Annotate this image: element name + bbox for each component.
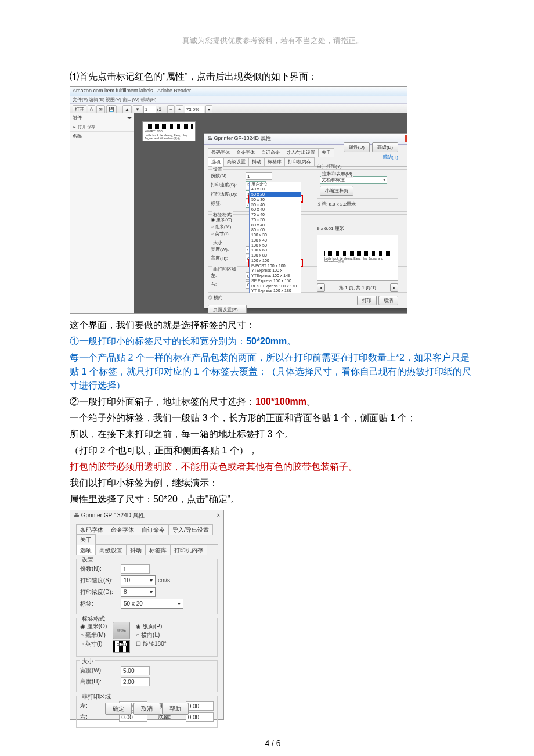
size-group: 大小 (212, 240, 223, 247)
dd-item[interactable]: 50 x 30 (250, 197, 301, 203)
size-group: 大小 (80, 657, 95, 665)
landscape-radio[interactable]: ○ 横向(L) (136, 631, 166, 639)
tab[interactable]: 抖动 (126, 545, 146, 555)
tab[interactable]: 自订命令 (138, 524, 169, 535)
color-print-label: 白）打印(Y) (317, 163, 398, 170)
label-size-select[interactable]: 50 x 20 (121, 599, 183, 609)
tabs-row2[interactable]: 选项 高级设置 抖动 标签库 打印机内存 (76, 545, 218, 555)
tab[interactable]: 条码字体 (208, 148, 233, 157)
screenshot-properties-dialog: 🖶 Gprinter GP-1324D 属性 × 条码字体 命令字体 自订命令 … (70, 510, 224, 720)
unit-mm-radio[interactable]: ○ 毫米(M) (80, 631, 107, 639)
dd-item[interactable]: YTExpress 100 x (250, 268, 301, 273)
screenshot-adobe-reader: Amazon.com item fulfillment labels - Ado… (70, 86, 407, 314)
properties-button[interactable]: 属性(D) (344, 142, 370, 152)
tab[interactable]: 自订命令 (258, 148, 283, 157)
panel-arrow-icon[interactable]: ◂▸ (127, 114, 132, 121)
print-right-panel: 属性(D) 高级(D) 帮助(H) 白）打印(Y) 注释和表单(M) 文档和标注… (317, 142, 398, 306)
doc-info-text: 文档: 6.0 x 2.2厘米 (317, 201, 398, 208)
advanced-button[interactable]: 高级(D) (372, 142, 398, 152)
intro-text: ⑴首先点击标记红色的"属性"，点击后出现类似的如下界面： (70, 70, 476, 84)
attachments-panel: 附件◂▸ ► 打开 保存 名称 (70, 113, 135, 313)
dd-item[interactable]: 70 x 50 (250, 218, 301, 223)
density-select[interactable]: 8 (121, 587, 156, 597)
tab[interactable]: 打印机内存 (170, 545, 207, 555)
dd-item[interactable]: 100 x 100 (250, 258, 301, 264)
unit-in-radio[interactable]: ○ 英寸(I) (80, 639, 107, 648)
prev-preview-button[interactable]: ◂ (317, 283, 325, 292)
tab[interactable]: 标签库 (145, 545, 171, 555)
unit-in-radio[interactable]: ○ 英寸(I) (211, 231, 229, 236)
dd-item[interactable]: 80 x 60 (250, 228, 301, 233)
dd-item[interactable]: SF Express 100 x 150 (250, 279, 301, 284)
tab[interactable]: 打印机内存 (284, 157, 315, 166)
dd-item[interactable]: 用户定义 (250, 182, 301, 188)
label-size-dropdown-list[interactable]: 用户定义 40 x 30 50 x 20 50 x 30 50 x 40 60 … (249, 182, 301, 293)
dd-item[interactable]: 60 x 40 (250, 207, 301, 213)
tab[interactable]: 高级设置 (95, 545, 127, 555)
zoom-input[interactable]: 73.5% (185, 106, 204, 113)
page-input[interactable]: 1 (143, 106, 156, 113)
tab[interactable]: 高级设置 (223, 157, 249, 166)
rotate-checkbox[interactable]: ☐ 旋转180° (136, 639, 166, 648)
width-input[interactable]: 5.00 (121, 666, 150, 675)
barcode-icon: 03.00.1 (113, 640, 130, 653)
dd-item[interactable]: YTExpress 100 x 149 (250, 273, 301, 279)
body-text-warning: 打包的胶带必须用透明胶，不能用黄色或者其他有色的胶带包装箱子。 (70, 460, 476, 474)
close-button[interactable]: × (217, 511, 220, 520)
copies-input[interactable]: 1 (246, 172, 272, 180)
print-button[interactable]: 打印 (357, 296, 377, 305)
landscape-radio[interactable]: ◎ 横向 (208, 295, 223, 300)
body-text: ②一般打印外面箱子，地址标签的尺寸选择：100*100mm。 (70, 395, 476, 409)
dd-item-selected[interactable]: 50 x 20 (250, 192, 301, 197)
help-button[interactable]: 帮助 (162, 703, 189, 715)
tab[interactable]: 条码字体 (76, 524, 107, 535)
format-group: 标签格式 (80, 614, 107, 623)
height-input[interactable]: 2.00 (121, 677, 150, 686)
copies-input[interactable]: 1 (121, 564, 150, 574)
page-setup-button[interactable]: 页面设置(S)... (208, 305, 247, 314)
help-link[interactable]: 帮助(H) (383, 154, 398, 160)
tab[interactable]: 导入/导出设置 (283, 148, 319, 157)
page-footer: 4 / 6 (70, 737, 476, 750)
dd-item[interactable]: YT Express 100 x 180 (250, 289, 301, 293)
tab[interactable]: 导入/导出设置 (168, 524, 213, 535)
ok-button[interactable]: 确定 (105, 703, 132, 715)
tab[interactable]: 抖动 (248, 157, 265, 166)
mini-annotate-button[interactable]: 小编注释(I) (320, 186, 353, 196)
tab[interactable]: 命令字体 (233, 148, 258, 157)
format-group: 标签格式 (212, 211, 233, 218)
tab[interactable]: 标签库 (264, 157, 285, 166)
dd-item[interactable]: 100 x 30 (250, 233, 301, 238)
dd-item[interactable]: BEST Express 100 x 170 (250, 284, 301, 289)
tab[interactable]: 关于 (76, 534, 96, 545)
tabs-row1[interactable]: 条码字体 命令字体 自订命令 导入/导出设置 关于 (76, 524, 218, 545)
dd-item[interactable]: 50 x 40 (250, 203, 301, 208)
tab-options[interactable]: 选项 (76, 545, 96, 555)
window-titlebar: Amazon.com item fulfillment labels - Ado… (70, 87, 407, 96)
dd-item[interactable]: 100 x 60 (250, 248, 301, 253)
unit-cm-radio[interactable]: ◉ 厘米(O) (80, 622, 107, 631)
cancel-button[interactable]: 取消 (378, 296, 398, 305)
body-text: 这个界面，我们要做的就是选择标签的尺寸： (70, 318, 476, 332)
dd-item[interactable]: E-POST 100 x 100 (250, 264, 301, 269)
barcode-icon (145, 124, 193, 129)
body-text: 我们以打印小标签为例，继续演示： (70, 476, 476, 490)
dd-item[interactable]: 100 x 80 (250, 253, 301, 258)
body-text: 一个箱子外的标签，我们一般贴 3 个，长方形的正面和背面各贴 1 个，侧面贴 1… (70, 411, 476, 425)
speed-select[interactable]: 10 (121, 575, 156, 585)
unit-mm-radio[interactable]: ○ 毫米(M) (211, 224, 231, 229)
dd-item[interactable]: 100 x 40 (250, 238, 301, 243)
dd-item[interactable]: 80 x 40 (250, 223, 301, 228)
close-button[interactable]: × (405, 135, 407, 142)
tab[interactable]: 命令字体 (107, 524, 138, 535)
cancel-button[interactable]: 取消 (134, 703, 160, 715)
menubar[interactable]: 文件(F) 编辑(E) 视图(V) 窗口(W) 帮助(H) (70, 96, 407, 104)
panel-tools[interactable]: ► 打开 保存 (70, 123, 134, 132)
dd-item[interactable]: 100 x 50 (250, 243, 301, 249)
portrait-radio[interactable]: ◉ 纵向(P) (136, 622, 166, 631)
dd-item[interactable]: 70 x 40 (250, 213, 301, 218)
annotations-group: 注释和表单(M) (321, 171, 353, 178)
tab-options[interactable]: 选项 (208, 157, 224, 166)
dd-item[interactable]: 40 x 30 (250, 187, 301, 192)
next-preview-button[interactable]: ▸ (390, 283, 398, 292)
